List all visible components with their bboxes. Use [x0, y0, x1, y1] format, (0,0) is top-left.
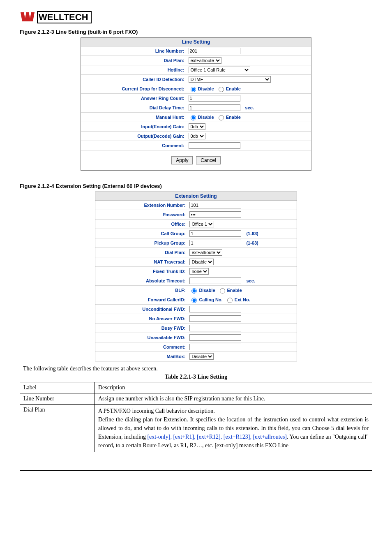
label-output-gain: Output(Decode) Gain: — [81, 132, 187, 140]
nat-traversal-select[interactable]: Disable — [189, 259, 214, 265]
answer-ring-input[interactable] — [189, 95, 240, 102]
line-number-input[interactable] — [189, 48, 240, 54]
label-abs-timeout: Absolute Timeout: — [95, 277, 188, 284]
manual-hunt-disable-radio[interactable] — [191, 115, 196, 120]
label-dial-delay: Dial Delay Time: — [81, 104, 187, 111]
call-group-input[interactable] — [189, 230, 241, 237]
comment-input-a[interactable] — [189, 142, 240, 149]
cancel-button[interactable]: Cancel — [196, 156, 220, 164]
table-title: Table 2.2.1-3 Line Setting — [20, 374, 372, 380]
password-input[interactable] — [189, 211, 241, 218]
noanswer-fwd-input[interactable] — [189, 315, 241, 322]
fwd-extno-radio[interactable] — [227, 298, 233, 303]
label-unavail-fwd: Unavailable FWD: — [95, 334, 188, 341]
drop-enable-radio[interactable] — [219, 87, 224, 92]
line-setting-header: Line Setting — [81, 38, 311, 46]
abs-timeout-suffix: sec. — [246, 278, 255, 283]
label-fwd-callerid: Forward CallerID: — [95, 296, 188, 303]
busy-fwd-input[interactable] — [189, 325, 241, 331]
comment-input-b[interactable] — [189, 344, 241, 350]
label-office: Office: — [95, 220, 188, 228]
unavail-fwd-input[interactable] — [189, 334, 241, 341]
desc-header-label: Label — [20, 382, 95, 393]
manual-hunt-enable-radio[interactable] — [219, 115, 224, 120]
description-table: Label Description Line Number Assign one… — [20, 382, 372, 452]
blf-enable-radio[interactable] — [220, 288, 225, 294]
logo: WELLTECH — [20, 10, 372, 25]
label-mailbox: MailBox: — [95, 353, 188, 360]
label-uncond-fwd: Unconditional FWD: — [95, 305, 188, 313]
desc-row-linenumber-desc: Assign one number which is also the SIP … — [95, 393, 372, 405]
label-noanswer-fwd: No Answer FWD: — [95, 315, 188, 322]
pickup-group-input[interactable] — [189, 240, 241, 246]
label-manual-hunt: Manual Hunt: — [81, 113, 187, 121]
button-row: Apply Cancel — [81, 150, 311, 170]
label-pickup-group: Pickup Group: — [95, 239, 188, 247]
ext-number-input[interactable] — [189, 202, 241, 208]
desc-header-desc: Description — [95, 382, 372, 393]
extension-setting-panel: Extension Setting Extension Number: Pass… — [95, 192, 297, 361]
footer-rule — [20, 470, 372, 471]
output-gain-select[interactable]: 0db — [189, 133, 205, 139]
label-nat-traversal: NAT Traversal: — [95, 258, 188, 266]
hotline-select[interactable]: Office 1 Call Rule — [189, 67, 250, 73]
label-blf: BLF: — [95, 287, 188, 294]
label-line-number: Line Number: — [81, 47, 187, 55]
label-caller-id: Caller ID Detection: — [81, 76, 187, 83]
label-ext-number: Extension Number: — [95, 201, 188, 209]
mailbox-select[interactable]: Disable — [189, 353, 214, 360]
dial-plan-select-b[interactable]: ext+allroute — [189, 249, 222, 256]
extension-setting-header: Extension Setting — [95, 192, 297, 201]
label-call-group: Call Group: — [95, 230, 188, 237]
apply-button[interactable]: Apply — [171, 156, 193, 164]
label-drop-disconnect: Current Drop for Disconnect: — [81, 85, 187, 92]
fixed-trunk-select[interactable]: none — [189, 268, 209, 275]
dial-delay-suffix: sec. — [245, 105, 254, 110]
drop-disable-radio[interactable] — [191, 87, 196, 92]
logo-text: WELLTECH — [37, 11, 92, 23]
pickup-group-suffix: (1-63) — [246, 240, 258, 245]
desc-row-dialplan-label: Dial Plan — [20, 405, 95, 452]
blf-disable-radio[interactable] — [191, 288, 197, 294]
label-password: Password: — [95, 211, 188, 218]
label-comment-b: Comment: — [95, 343, 188, 351]
label-answer-ring: Answer Ring Count: — [81, 95, 187, 102]
line-setting-panel: Line Setting Line Number: Dial Plan: ext… — [81, 37, 311, 171]
label-dial-plan-a: Dial Plan: — [81, 57, 187, 64]
label-comment-a: Comment: — [81, 142, 187, 149]
dial-plan-select-a[interactable]: ext+allroute — [189, 57, 221, 64]
figure-a-title: Figure 2.1.2-3 Line Setting (built-in 8 … — [20, 29, 372, 35]
desc-row-linenumber-label: Line Number — [20, 393, 95, 405]
label-dial-plan-b: Dial Plan: — [95, 249, 188, 256]
label-hotline: Hotline: — [81, 66, 187, 74]
input-gain-select[interactable]: 0db — [189, 123, 205, 130]
dial-plan-link: [ext-only], [ext+R1], [ext+R12], [ext+R1… — [147, 434, 287, 440]
uncond-fwd-input[interactable] — [189, 306, 241, 312]
office-select[interactable]: Office 1 — [189, 221, 214, 227]
caller-id-select[interactable]: DTMF — [189, 76, 271, 83]
abs-timeout-input[interactable] — [189, 278, 241, 284]
call-group-suffix: (1-63) — [246, 231, 258, 236]
desc-row-dialplan-desc: A PSTN/FXO incoming Call behavior descri… — [95, 405, 372, 452]
fwd-calling-radio[interactable] — [191, 298, 197, 303]
label-input-gain: Input(Encode) Gain: — [81, 123, 187, 130]
body-text: The following table describes the featur… — [23, 365, 369, 372]
label-busy-fwd: Busy FWD: — [95, 324, 188, 332]
dial-delay-input[interactable] — [189, 104, 240, 111]
label-fixed-trunk: Fixed Trunk ID: — [95, 268, 188, 275]
logo-icon — [20, 10, 35, 25]
figure-b-title: Figure 2.1.2-4 Extension Setting (Extern… — [20, 183, 372, 189]
